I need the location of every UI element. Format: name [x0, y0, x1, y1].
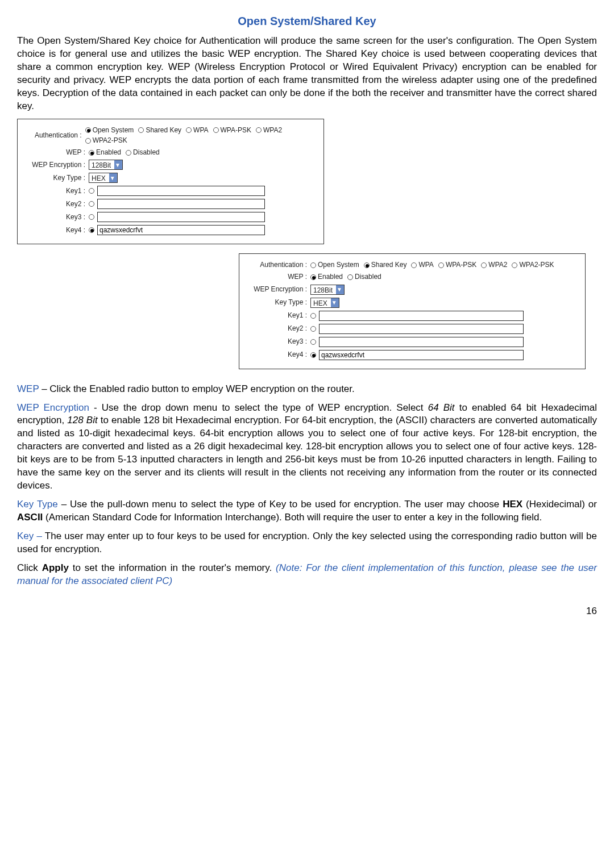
key3-input[interactable] [319, 337, 524, 347]
auth-open-system[interactable]: Open System [310, 260, 359, 269]
auth-wpa2-psk[interactable]: WPA2-PSK [512, 260, 554, 269]
key2-input[interactable] [97, 199, 265, 209]
wep-disabled[interactable]: Disabled [126, 148, 160, 157]
auth-wpa[interactable]: WPA [411, 260, 433, 269]
key2-radio[interactable] [89, 201, 94, 207]
key-type-select[interactable]: HEX▼ [310, 298, 339, 308]
key3-radio[interactable] [310, 339, 316, 345]
auth-label: Authentication : [245, 260, 310, 269]
wep-disabled[interactable]: Disabled [347, 272, 381, 281]
key2-label: Key2 : [23, 199, 89, 208]
wep-enabled[interactable]: Enabled [89, 148, 121, 157]
key2-label: Key2 : [245, 324, 310, 333]
wep-encryption-term: WEP Encryption [17, 402, 89, 413]
key-term: Key – [17, 531, 42, 541]
key1-input[interactable] [319, 311, 524, 321]
key-type-definition: Key Type – Use the pull-down menu to sel… [17, 498, 597, 524]
key4-radio[interactable] [89, 227, 94, 233]
wep-encryption-select[interactable]: 128Bit▼ [310, 285, 345, 295]
wep-encryption-label: WEP Encryption : [245, 285, 310, 294]
wep-encryption-select[interactable]: 128Bit▼ [89, 160, 123, 170]
intro-paragraph: The Open System/Shared Key choice for Au… [17, 35, 597, 113]
key-type-label: Key Type : [23, 173, 89, 182]
auth-open-system[interactable]: Open System [85, 126, 134, 135]
key4-input[interactable] [97, 225, 265, 235]
auth-wpa-psk[interactable]: WPA-PSK [213, 126, 251, 135]
key4-input[interactable] [319, 350, 524, 360]
chevron-down-icon: ▼ [114, 160, 122, 169]
key4-label: Key4 : [23, 226, 89, 235]
key2-radio[interactable] [310, 326, 316, 332]
auth-wpa-psk[interactable]: WPA-PSK [438, 260, 476, 269]
auth-wpa2[interactable]: WPA2 [256, 126, 282, 135]
apply-paragraph: Click Apply to set the information in th… [17, 562, 597, 588]
wep-label: WEP : [23, 148, 89, 157]
key3-label: Key3 : [23, 212, 89, 222]
wep-encryption-label: WEP Encryption : [23, 160, 89, 169]
wep-term: WEP [17, 383, 39, 394]
auth-wpa2-psk[interactable]: WPA2-PSK [85, 136, 127, 145]
key1-label: Key1 : [23, 186, 89, 195]
key3-input[interactable] [97, 212, 265, 222]
chevron-down-icon: ▼ [109, 173, 117, 182]
auth-shared-key[interactable]: Shared Key [138, 126, 181, 135]
wep-encryption-definition: WEP Encryption - Use the drop down menu … [17, 402, 597, 493]
chevron-down-icon: ▼ [331, 298, 339, 307]
key-type-label: Key Type : [245, 298, 310, 307]
auth-wpa[interactable]: WPA [186, 126, 208, 135]
key4-radio[interactable] [310, 352, 316, 358]
key2-input[interactable] [319, 324, 524, 334]
key4-label: Key4 : [245, 350, 310, 359]
key1-radio[interactable] [310, 313, 316, 319]
auth-wpa2[interactable]: WPA2 [481, 260, 507, 269]
auth-shared-key[interactable]: Shared Key [364, 260, 407, 269]
key3-radio[interactable] [89, 214, 94, 220]
key-type-term: Key Type [17, 499, 58, 510]
key-type-select[interactable]: HEX▼ [89, 173, 118, 183]
key1-label: Key1 : [245, 311, 310, 320]
wep-enabled[interactable]: Enabled [310, 272, 343, 281]
wep-label: WEP : [245, 272, 310, 281]
key1-radio[interactable] [89, 188, 94, 194]
key-definition: Key – The user may enter up to four keys… [17, 530, 597, 556]
page-number: 16 [17, 605, 597, 618]
auth-panel-open-system: Authentication : Open System Shared Key … [17, 119, 324, 245]
auth-label: Authentication : [23, 131, 85, 140]
page-title: Open System/Shared Key [17, 14, 597, 29]
key3-label: Key3 : [245, 337, 310, 346]
auth-panel-shared-key: Authentication : Open System Shared Key … [239, 253, 586, 369]
key1-input[interactable] [97, 186, 265, 196]
wep-definition: WEP – Click the Enabled radio button to … [17, 383, 597, 396]
chevron-down-icon: ▼ [336, 285, 344, 294]
